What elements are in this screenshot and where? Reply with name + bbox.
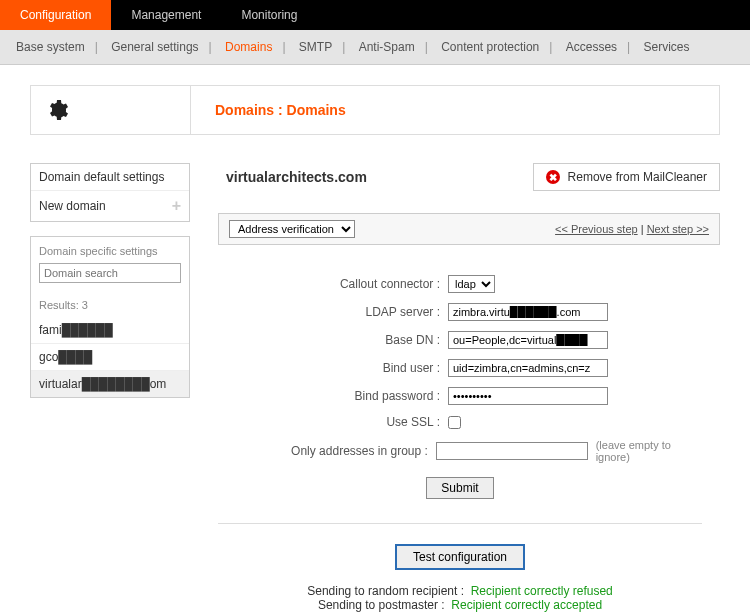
sidebar-default-settings[interactable]: Domain default settings: [31, 164, 189, 191]
ldap-form: Callout connector : ldap LDAP server : B…: [218, 275, 720, 612]
only-group-input[interactable]: [436, 442, 588, 460]
result-postmaster-value: Recipient correctly accepted: [451, 598, 602, 612]
step-row: Address verification << Previous step | …: [218, 213, 720, 245]
subnav-content-protection[interactable]: Content protection: [437, 40, 543, 54]
use-ssl-checkbox[interactable]: [448, 416, 461, 429]
page-header: Domains : Domains: [30, 85, 720, 135]
ldap-server-label: LDAP server :: [218, 305, 448, 319]
result-random-label: Sending to random recipient :: [307, 584, 464, 598]
ldap-server-input[interactable]: [448, 303, 608, 321]
base-dn-label: Base DN :: [218, 333, 448, 347]
top-nav: Configuration Management Monitoring: [0, 0, 750, 30]
remove-icon: ✖: [546, 170, 560, 184]
domain-list-item[interactable]: virtualar████████om: [31, 371, 189, 397]
sidebar-specific-label: Domain specific settings: [31, 237, 189, 263]
submit-button[interactable]: Submit: [426, 477, 493, 499]
results-label: Results: 3: [31, 291, 189, 317]
subnav-accesses[interactable]: Accesses: [562, 40, 621, 54]
step-select[interactable]: Address verification: [229, 220, 355, 238]
subnav-smtp[interactable]: SMTP: [295, 40, 336, 54]
tab-monitoring[interactable]: Monitoring: [221, 0, 317, 30]
subnav-anti-spam[interactable]: Anti-Spam: [355, 40, 419, 54]
bind-password-input[interactable]: [448, 387, 608, 405]
sidebar-new-domain[interactable]: New domain +: [31, 191, 189, 221]
plus-icon: +: [172, 197, 181, 215]
domain-list-item[interactable]: gco████: [31, 344, 189, 371]
page-title: Domains : Domains: [191, 102, 346, 118]
result-random-value: Recipient correctly refused: [471, 584, 613, 598]
callout-connector-select[interactable]: ldap: [448, 275, 495, 293]
tab-configuration[interactable]: Configuration: [0, 0, 111, 30]
subnav-general-settings[interactable]: General settings: [107, 40, 202, 54]
sub-nav: Base system| General settings| Domains| …: [0, 30, 750, 65]
base-dn-input[interactable]: [448, 331, 608, 349]
subnav-domains[interactable]: Domains: [221, 40, 276, 54]
remove-label: Remove from MailCleaner: [568, 170, 707, 184]
domain-search-input[interactable]: [39, 263, 181, 283]
sidebar-new-domain-label: New domain: [39, 199, 106, 213]
bind-user-label: Bind user :: [218, 361, 448, 375]
next-step-link[interactable]: Next step >>: [647, 223, 709, 235]
bind-password-label: Bind password :: [218, 389, 448, 403]
result-postmaster-label: Sending to postmaster :: [318, 598, 445, 612]
sidebar-domains: Domain specific settings Results: 3 fami…: [30, 236, 190, 398]
test-configuration-button[interactable]: Test configuration: [395, 544, 525, 570]
domain-list-item[interactable]: fami██████: [31, 317, 189, 344]
subnav-services[interactable]: Services: [640, 40, 694, 54]
subnav-base-system[interactable]: Base system: [12, 40, 89, 54]
callout-connector-label: Callout connector :: [218, 277, 448, 291]
only-group-label: Only addresses in group :: [218, 444, 436, 458]
domain-title: virtualarchitects.com: [218, 169, 367, 185]
bind-user-input[interactable]: [448, 359, 608, 377]
tab-management[interactable]: Management: [111, 0, 221, 30]
gear-icon: [31, 86, 191, 134]
prev-step-link[interactable]: << Previous step: [555, 223, 638, 235]
remove-domain-button[interactable]: ✖ Remove from MailCleaner: [533, 163, 720, 191]
test-results: Sending to random recipient : Recipient …: [218, 584, 702, 612]
only-group-hint: (leave empty to ignore): [596, 439, 702, 463]
sidebar-general: Domain default settings New domain +: [30, 163, 190, 222]
use-ssl-label: Use SSL :: [218, 415, 448, 429]
